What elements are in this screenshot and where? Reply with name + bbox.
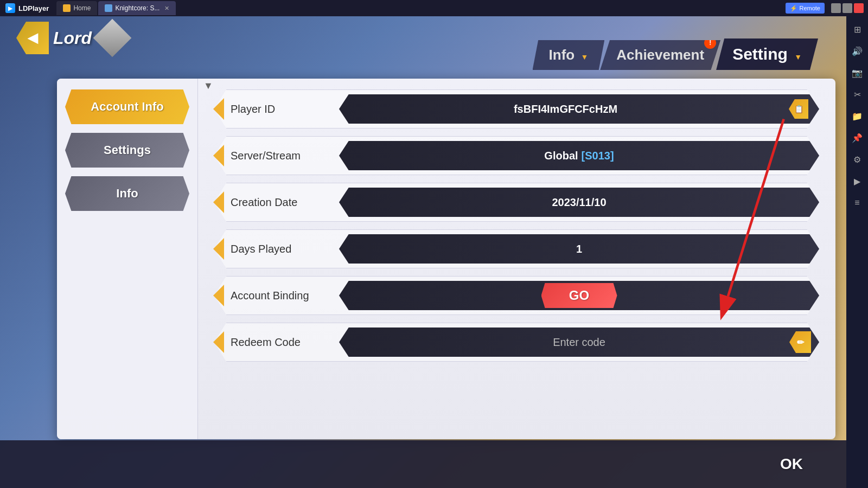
redeem-code-label: Redeem Code xyxy=(214,336,334,349)
sidebar-account-info-button[interactable]: Account Info xyxy=(65,89,189,124)
lord-diamond-icon xyxy=(93,19,132,57)
creation-date-text: 2023/11/10 xyxy=(552,196,606,209)
days-played-row: Days Played 1 xyxy=(214,229,819,268)
player-id-text: fsBFI4ImGFCFcHzM xyxy=(514,103,617,115)
player-id-value: fsBFI4ImGFCFcHzM 📋 xyxy=(339,94,819,124)
days-played-value: 1 xyxy=(339,234,819,264)
ok-label: OK xyxy=(780,455,803,472)
account-info-label: Account Info xyxy=(91,100,163,114)
copy-button[interactable]: 📋 xyxy=(789,99,808,119)
minimize-button[interactable] xyxy=(831,3,841,13)
remote-label: Remote xyxy=(799,5,820,11)
tab-home[interactable]: Home xyxy=(56,1,97,15)
game-tab-icon xyxy=(105,4,112,12)
sidebar-icon-0[interactable]: ⊞ xyxy=(850,22,865,37)
tab-game-label: Knightcore: S... xyxy=(115,4,159,12)
close-button[interactable] xyxy=(854,3,864,13)
player-id-label: Player ID xyxy=(214,103,334,115)
redeem-edit-icon[interactable]: ✏ xyxy=(789,331,811,353)
dialog-content: Player ID fsBFI4ImGFCFcHzM 📋 Server/Stre… xyxy=(198,79,835,439)
creation-date-row: Creation Date 2023/11/10 xyxy=(214,183,819,222)
player-id-row: Player ID fsBFI4ImGFCFcHzM 📋 xyxy=(214,89,819,129)
days-played-label: Days Played xyxy=(214,243,334,255)
redeem-code-placeholder: Enter code xyxy=(553,336,605,349)
redeem-code-value[interactable]: Enter code ✏ xyxy=(339,328,819,357)
go-label: GO xyxy=(569,288,589,303)
home-tab-icon xyxy=(63,4,71,12)
sidebar-settings-button[interactable]: Settings xyxy=(65,133,189,168)
server-stream-row: Server/Stream Global [S013] xyxy=(214,136,819,175)
titlebar-controls: ⚡ Remote xyxy=(786,3,868,14)
redeem-code-row: Redeem Code Enter code ✏ xyxy=(214,323,819,362)
info-dropdown-icon: ▼ xyxy=(580,53,588,61)
tab-setting[interactable]: Setting ▼ xyxy=(716,38,818,70)
sidebar-icon-3[interactable]: ✂ xyxy=(850,87,865,102)
tab-achievement[interactable]: Achievement ! xyxy=(600,40,720,70)
creation-date-value: 2023/11/10 xyxy=(339,188,819,217)
bottom-bar: OK xyxy=(0,440,846,488)
account-binding-value: GO xyxy=(339,281,819,310)
tab-setting-label: Setting xyxy=(732,45,788,63)
tab-home-label: Home xyxy=(73,4,91,12)
tab-info[interactable]: Info ▼ xyxy=(533,40,605,70)
tab-game[interactable]: Knightcore: S... ✕ xyxy=(98,1,176,15)
tab-close-icon[interactable]: ✕ xyxy=(164,5,169,12)
days-played-text: 1 xyxy=(576,243,582,255)
back-button[interactable]: ◀ Lord xyxy=(16,22,126,54)
remote-button[interactable]: ⚡ Remote xyxy=(786,3,825,14)
sidebar-icon-2[interactable]: 📷 xyxy=(850,65,865,80)
maximize-button[interactable] xyxy=(843,3,852,13)
achievement-badge: ! xyxy=(704,37,716,49)
account-binding-label: Account Binding xyxy=(214,290,334,302)
titlebar: ▶ LDPlayer Home Knightcore: S... ✕ ⚡ Rem… xyxy=(0,0,868,16)
tab-achievement-label: Achievement xyxy=(616,47,704,63)
sidebar-icon-4[interactable]: 📁 xyxy=(850,108,865,124)
sidebar-icon-8[interactable]: ≡ xyxy=(850,195,865,210)
scroll-indicator: ▼ xyxy=(203,80,213,92)
sidebar-icon-1[interactable]: 🔊 xyxy=(850,43,865,59)
server-stream-label: Server/Stream xyxy=(214,150,334,162)
top-navigation: ◀ Lord Info ▼ Achievement ! Setting ▼ xyxy=(0,16,846,92)
ld-logo-icon: ▶ xyxy=(5,3,15,13)
app-name: LDPlayer xyxy=(18,4,49,12)
back-arrow-icon[interactable]: ◀ xyxy=(16,22,49,54)
info-label: Info xyxy=(116,187,138,201)
account-binding-row: Account Binding GO xyxy=(214,276,819,315)
tab-info-label: Info xyxy=(549,47,575,63)
lord-title: Lord xyxy=(53,28,92,48)
sidebar-info-button[interactable]: Info xyxy=(65,176,189,211)
server-stream-value: Global [S013] xyxy=(339,141,819,170)
app-logo: ▶ LDPlayer xyxy=(0,3,54,13)
ok-button[interactable]: OK xyxy=(769,450,814,478)
sidebar-icon-7[interactable]: ▶ xyxy=(850,174,865,189)
go-button[interactable]: GO xyxy=(541,283,617,308)
settings-label: Settings xyxy=(104,143,151,157)
sidebar-icon-6[interactable]: ⚙ xyxy=(850,152,865,167)
dialog-panel: Account Info Settings Info Player ID fsB… xyxy=(57,79,835,439)
creation-date-label: Creation Date xyxy=(214,196,334,209)
server-plain-text: Global xyxy=(544,150,578,162)
sidebar-icon-5[interactable]: 📌 xyxy=(850,130,865,145)
server-colored-text: [S013] xyxy=(582,150,614,162)
right-sidebar: ⊞ 🔊 📷 ✂ 📁 📌 ⚙ ▶ ≡ xyxy=(846,16,868,488)
dialog-sidebar: Account Info Settings Info xyxy=(57,79,198,439)
titlebar-tabs: Home Knightcore: S... ✕ xyxy=(56,0,176,16)
setting-dropdown-icon: ▼ xyxy=(794,53,802,61)
nav-tabs: Info ▼ Achievement ! Setting ▼ xyxy=(533,38,814,70)
